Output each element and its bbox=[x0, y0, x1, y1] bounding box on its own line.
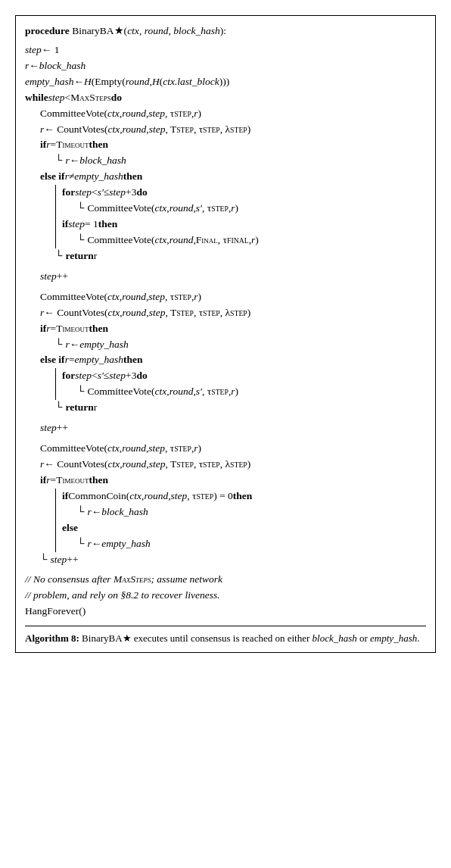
algo-content: procedure BinaryBA★(ctx, round, block_ha… bbox=[25, 23, 426, 646]
else-if-inner-2: for step < s′ ≤ step+3 do └ CommitteeVot… bbox=[55, 368, 426, 400]
if-timeout-inner-3: if CommonCoin(ctx, round, step, τSTEP) =… bbox=[55, 489, 426, 552]
line-hangforever: HangForever() bbox=[25, 604, 426, 620]
line-while: while step < MaxSteps do bbox=[25, 90, 426, 106]
else-if-block-2: for step < s′ ≤ step+3 do └ CommitteeVot… bbox=[25, 368, 426, 416]
line-return-2: └ return r bbox=[55, 400, 426, 416]
procedure-keyword: procedure bbox=[25, 25, 70, 36]
line-return-1: └ return r bbox=[55, 248, 426, 264]
line-for-2: for step < s′ ≤ step+3 do bbox=[62, 368, 426, 384]
line-r-block-hash-3: └ r ← block_hash bbox=[62, 504, 426, 520]
proc-header: procedure BinaryBA★(ctx, round, block_ha… bbox=[25, 23, 426, 39]
line-countvotes-1: r ← CountVotes(ctx, round, step, TSTEP, … bbox=[25, 122, 426, 138]
line-r-block-hash-1: └ r ← block_hash bbox=[25, 153, 426, 169]
line-else-if-2: else if r = empty_hash then bbox=[25, 352, 426, 368]
line-if-timeout-1: if r = Timeout then bbox=[25, 137, 426, 153]
line-comment-1: // No consensus after MaxSteps; assume n… bbox=[25, 572, 426, 588]
algorithm-box: procedure BinaryBA★(ctx, round, block_ha… bbox=[15, 15, 436, 653]
line-countvotes-2: r ← CountVotes(ctx, round, step, TSTEP, … bbox=[25, 305, 426, 321]
else-if-inner-1: for step < s′ ≤ step+3 do └ CommitteeVot… bbox=[55, 185, 426, 248]
line-step-init: step ← 1 bbox=[25, 42, 426, 58]
line-if-commoncoin: if CommonCoin(ctx, round, step, τSTEP) =… bbox=[62, 489, 426, 504]
line-r-empty-hash-2: └ r ← empty_hash bbox=[25, 337, 426, 353]
line-if-timeout-3: if r = Timeout then bbox=[25, 473, 426, 489]
line-r-empty-hash-3: └ r ← empty_hash bbox=[62, 536, 426, 552]
line-step-inc-3: └ step++ bbox=[25, 552, 426, 568]
else-if-block-1: for step < s′ ≤ step+3 do └ CommitteeVot… bbox=[25, 185, 426, 264]
line-for-1: for step < s′ ≤ step+3 do bbox=[62, 185, 426, 201]
line-cv-final-1: └ CommitteeVote(ctx, round, Final, τFINA… bbox=[62, 233, 426, 248]
line-committeevote-1: CommitteeVote(ctx, round, step, τSTEP, r… bbox=[25, 106, 426, 122]
if-timeout-block-3: if CommonCoin(ctx, round, step, τSTEP) =… bbox=[25, 489, 426, 552]
line-empty-hash-init: empty_hash ← H(Empty(round, H(ctx.last_b… bbox=[25, 74, 426, 90]
line-for-cv-2: └ CommitteeVote(ctx, round, s′, τSTEP, r… bbox=[62, 384, 426, 400]
line-else-if-empty-1: else if r ≠ empty_hash then bbox=[25, 169, 426, 185]
line-if-step-1: if step = 1 then bbox=[62, 217, 426, 233]
caption: Algorithm 8: BinaryBA★ executes until co… bbox=[25, 626, 426, 646]
line-step-inc-2: step++ bbox=[25, 420, 426, 436]
line-countvotes-3: r ← CountVotes(ctx, round, step, TSTEP, … bbox=[25, 457, 426, 473]
line-for-cv-1: └ CommitteeVote(ctx, round, s′, τSTEP, r… bbox=[62, 201, 426, 217]
line-r-init: r ← block_hash bbox=[25, 58, 426, 74]
line-step-inc-1: step++ bbox=[25, 269, 426, 285]
line-cv-2: CommitteeVote(ctx, round, step, τSTEP, r… bbox=[25, 289, 426, 305]
line-else-3: else bbox=[62, 520, 426, 536]
proc-name: BinaryBA★(ctx, round, block_hash): bbox=[72, 25, 226, 36]
line-cv-3: CommitteeVote(ctx, round, step, τSTEP, r… bbox=[25, 441, 426, 457]
line-if-timeout-2: if r = Timeout then bbox=[25, 321, 426, 337]
caption-text: BinaryBA★ executes until consensus is re… bbox=[82, 632, 419, 644]
line-comment-2: // problem, and rely on §8.2 to recover … bbox=[25, 588, 426, 604]
caption-label: Algorithm 8: bbox=[25, 632, 79, 644]
